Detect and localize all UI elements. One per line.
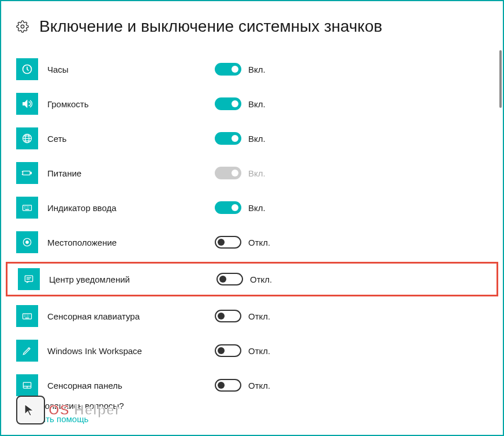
svg-point-0	[21, 25, 24, 28]
setting-row-touch-keyboard: Сенсорная клавиатураОткл.	[1, 299, 503, 333]
toggle-state-label: Откл.	[248, 346, 270, 356]
help-link[interactable]: Получить помощь	[16, 414, 88, 424]
setting-label: Сенсорная клавиатура	[47, 311, 215, 321]
setting-row-ink: Windows Ink WorkspaceОткл.	[1, 333, 503, 368]
globe-icon	[16, 127, 38, 149]
toggle-knob	[219, 276, 226, 283]
setting-row-power: ПитаниеВкл.	[1, 156, 503, 190]
setting-row-ime: Индикатор вводаВкл.	[1, 190, 503, 225]
setting-label: Питание	[47, 168, 215, 178]
toggle-container: Вкл.	[215, 132, 266, 145]
keyboard-icon	[16, 197, 38, 219]
setting-row-action-center: Центр уведомленийОткл.	[6, 262, 498, 296]
toggle-knob	[232, 170, 238, 176]
toggle-knob	[218, 239, 225, 246]
toggle-volume[interactable]	[215, 97, 241, 110]
setting-label: Громкость	[47, 99, 215, 109]
setting-row-volume: ГромкостьВкл.	[1, 87, 503, 121]
toggle-container: Откл.	[215, 310, 270, 322]
setting-row-clock: ЧасыВкл.	[1, 52, 503, 87]
setting-row-network: СетьВкл.	[1, 121, 503, 156]
clock-icon	[16, 58, 38, 80]
toggle-state-label: Вкл.	[248, 168, 266, 178]
toggle-state-label: Откл.	[248, 311, 270, 321]
toggle-state-label: Вкл.	[248, 203, 266, 213]
toggle-location[interactable]	[215, 236, 241, 249]
toggle-touchpad[interactable]	[215, 379, 241, 392]
volume-icon	[16, 93, 38, 115]
toggle-state-label: Вкл.	[248, 134, 266, 144]
toggle-container: Откл.	[216, 273, 272, 285]
scrollbar[interactable]	[499, 50, 502, 108]
toggle-knob	[232, 204, 238, 211]
page-header: Включение и выключение системных значков	[1, 1, 503, 47]
toggle-network[interactable]	[215, 132, 241, 145]
toggle-knob	[232, 66, 238, 73]
help-question: У вас появились вопросы?	[16, 401, 124, 411]
setting-row-touchpad: Сенсорная панельОткл.	[1, 368, 503, 403]
setting-label: Индикатор ввода	[47, 203, 215, 213]
toggle-action-center[interactable]	[216, 273, 243, 285]
setting-label: Windows Ink Workspace	[47, 346, 215, 356]
toggle-container: Откл.	[215, 344, 270, 357]
page-title: Включение и выключение системных значков	[39, 17, 382, 36]
toggle-knob	[232, 100, 238, 107]
toggle-state-label: Откл.	[248, 238, 270, 247]
toggle-knob	[218, 382, 225, 389]
pen-icon	[16, 340, 38, 362]
toggle-container: Вкл.	[215, 63, 266, 76]
toggle-container: Вкл.	[215, 201, 266, 214]
footer: У вас появились вопросы? Получить помощь	[16, 401, 124, 424]
toggle-power	[215, 167, 241, 179]
setting-row-location: МестоположениеОткл.	[1, 225, 503, 260]
setting-label: Сенсорная панель	[47, 381, 215, 390]
toggle-state-label: Вкл.	[248, 99, 266, 109]
toggle-clock[interactable]	[215, 63, 241, 76]
toggle-knob	[218, 313, 225, 320]
toggle-state-label: Откл.	[250, 275, 272, 284]
toggle-container: Откл.	[215, 379, 270, 392]
setting-label: Местоположение	[47, 238, 215, 247]
toggle-state-label: Вкл.	[248, 65, 266, 74]
toggle-container: Вкл.	[215, 97, 266, 110]
battery-icon	[16, 162, 38, 184]
toggle-knob	[218, 347, 225, 354]
gear-icon	[16, 20, 29, 33]
setting-label: Сеть	[47, 134, 215, 144]
toggle-ink[interactable]	[215, 344, 241, 357]
toggle-state-label: Откл.	[248, 381, 270, 390]
setting-label: Часы	[47, 65, 215, 74]
toggle-container: Откл.	[215, 236, 270, 249]
toggle-knob	[232, 135, 238, 142]
keyboard-icon	[16, 305, 38, 327]
settings-list: ЧасыВкл.ГромкостьВкл.СетьВкл.ПитаниеВкл.…	[1, 47, 503, 407]
target-icon	[16, 231, 38, 253]
toggle-touch-keyboard[interactable]	[215, 310, 241, 322]
setting-label: Центр уведомлений	[49, 275, 216, 284]
touchpad-icon	[16, 374, 38, 396]
notification-icon	[18, 268, 40, 290]
toggle-ime[interactable]	[215, 201, 241, 214]
toggle-container: Вкл.	[215, 167, 266, 179]
